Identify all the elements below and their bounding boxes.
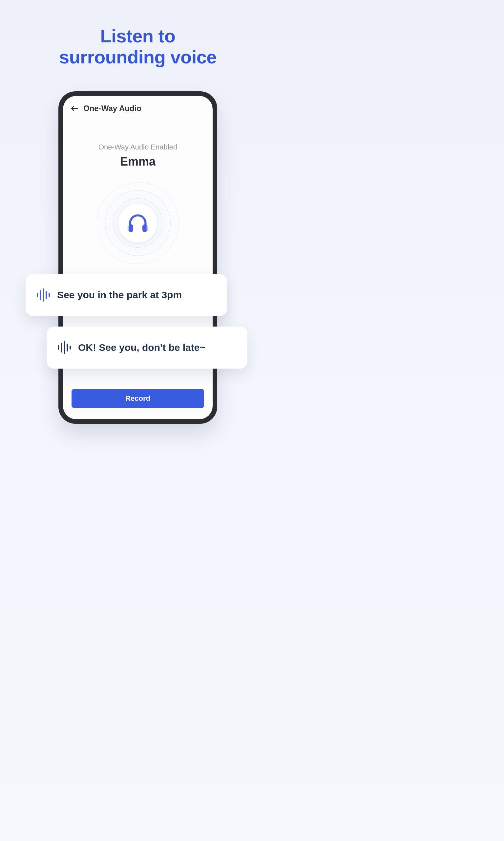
status-block: One-Way Audio Enabled Emma [63,143,213,169]
status-text: One-Way Audio Enabled [63,143,213,152]
contact-name: Emma [63,155,213,169]
phone-screen: One-Way Audio One-Way Audio Enabled Emma [63,96,213,419]
back-arrow-icon[interactable] [70,104,79,113]
headphones-icon [119,204,157,242]
record-button[interactable]: Record [72,389,204,408]
promo-title-line2: surrounding voice [59,47,217,67]
listening-visual [95,181,180,266]
audio-wave-icon [58,341,71,354]
app-header: One-Way Audio [63,96,213,119]
record-button-label: Record [125,394,150,403]
svg-rect-2 [142,224,147,232]
svg-rect-4 [147,226,148,231]
promo-title-line1: Listen to [101,25,176,46]
phone-frame: One-Way Audio One-Way Audio Enabled Emma [58,91,217,424]
transcript-card: OK! See you, don't be late~ [47,327,247,368]
svg-rect-1 [129,224,133,232]
transcript-text: See you in the park at 3pm [57,289,182,301]
audio-wave-icon [37,289,50,302]
transcript-card: See you in the park at 3pm [25,274,227,316]
svg-rect-3 [128,226,129,231]
transcript-text: OK! See you, don't be late~ [78,342,205,353]
promo-title: Listen to surrounding voice [0,0,276,68]
app-header-title: One-Way Audio [83,104,141,113]
